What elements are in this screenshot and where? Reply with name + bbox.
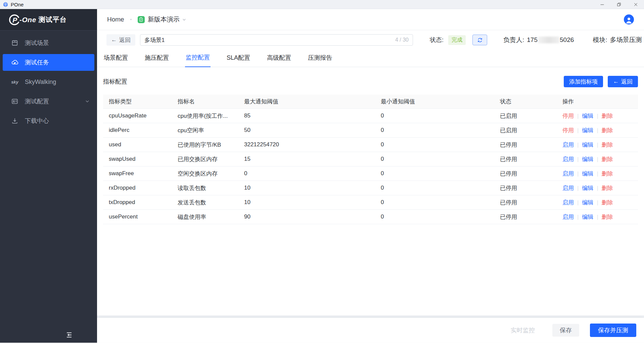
- sidebar-collapse-button[interactable]: [65, 331, 74, 339]
- tab-monitor-config[interactable]: 监控配置: [185, 53, 211, 67]
- cell-min: 0: [375, 199, 494, 206]
- row-action-toggle[interactable]: 启用: [562, 142, 574, 148]
- column-header: 最小通知阈值: [375, 98, 494, 105]
- scene-name-field: 4 / 30: [140, 34, 413, 46]
- row-action-edit[interactable]: 编辑: [582, 199, 593, 206]
- cell-actions: 启用|编辑|删除: [557, 184, 638, 192]
- window-titlebar: POne: [0, 0, 644, 9]
- row-action-toggle[interactable]: 停用: [562, 127, 574, 134]
- realtime-monitor-button[interactable]: 实时监控: [511, 326, 535, 334]
- row-action-edit[interactable]: 编辑: [582, 214, 593, 220]
- redacted-phone-digits: [538, 37, 559, 43]
- cell-actions: 启用|编辑|删除: [557, 199, 638, 206]
- table-row: swapUsed已用交换区内存150已停用启用|编辑|删除: [103, 152, 638, 166]
- sidebar-item-skywalking[interactable]: skySkyWalking: [3, 74, 94, 90]
- cell-type: cpuUsageRate: [103, 112, 172, 119]
- row-action-delete[interactable]: 删除: [602, 199, 613, 206]
- cell-status: 已停用: [494, 141, 557, 149]
- tab-pressure-config[interactable]: 施压配置: [144, 54, 170, 67]
- tab-scene-config[interactable]: 场景配置: [103, 54, 129, 67]
- project-selector[interactable]: 新版本演示: [148, 15, 186, 24]
- row-action-delete[interactable]: 删除: [602, 127, 613, 134]
- breadcrumb-home[interactable]: Home: [107, 16, 124, 23]
- close-button[interactable]: [627, 0, 644, 9]
- breadcrumb-separator: [130, 19, 132, 20]
- footer-divider: [97, 315, 644, 318]
- cell-max: 32212254720: [238, 141, 375, 148]
- column-header: 操作: [557, 98, 638, 105]
- cell-name: 已用交换区内存: [172, 155, 238, 163]
- sidebar-item-test-config[interactable]: 测试配置: [3, 93, 94, 110]
- row-action-delete[interactable]: 删除: [602, 113, 613, 119]
- module-info: 模块: 多场景压测: [593, 36, 642, 44]
- cell-status: 已启用: [494, 112, 557, 120]
- cell-status: 已停用: [494, 199, 557, 206]
- sidebar-item-test-scene[interactable]: 测试场景: [3, 35, 94, 51]
- add-metric-button[interactable]: 添加指标项: [564, 76, 603, 87]
- sidebar-item-download-center[interactable]: 下载中心: [3, 112, 94, 129]
- cell-min: 0: [375, 213, 494, 220]
- row-action-toggle[interactable]: 停用: [562, 113, 574, 119]
- refresh-status-button[interactable]: [472, 35, 487, 45]
- back-button[interactable]: ← 返回: [106, 34, 135, 46]
- cell-type: rxDropped: [103, 185, 172, 191]
- cell-actions: 停用|编辑|删除: [557, 127, 638, 134]
- section-head: 指标配置 添加指标项 ← 返回: [97, 67, 644, 95]
- table-row: used已使用的字节/KB322122547200已停用启用|编辑|删除: [103, 138, 638, 152]
- scene-name-input[interactable]: [144, 37, 392, 43]
- row-action-toggle[interactable]: 启用: [562, 199, 574, 206]
- row-action-edit[interactable]: 编辑: [582, 156, 593, 162]
- logo-text-one: -One: [19, 16, 36, 24]
- menu-fold-icon: [65, 331, 73, 339]
- row-action-delete[interactable]: 删除: [602, 170, 613, 177]
- back-arrow-icon: ←: [111, 37, 117, 43]
- sky-icon: sky: [11, 78, 19, 86]
- row-action-toggle[interactable]: 启用: [562, 185, 574, 191]
- row-action-edit[interactable]: 编辑: [582, 185, 593, 191]
- row-action-toggle[interactable]: 启用: [562, 214, 574, 220]
- cell-min: 0: [375, 112, 494, 119]
- save-and-test-button[interactable]: 保存并压测: [590, 324, 636, 337]
- minimize-button[interactable]: [594, 0, 610, 9]
- char-counter: 4 / 30: [395, 37, 409, 43]
- row-action-delete[interactable]: 删除: [602, 185, 613, 191]
- cell-status: 已停用: [494, 155, 557, 163]
- tab-sla-config[interactable]: SLA配置: [226, 54, 251, 67]
- column-header: 指标类型: [103, 98, 172, 105]
- section-back-button[interactable]: ← 返回: [608, 76, 638, 87]
- row-action-delete[interactable]: 删除: [602, 142, 613, 148]
- row-action-edit[interactable]: 编辑: [582, 113, 593, 119]
- sidebar-menu: 测试场景测试任务skySkyWalking测试配置下载中心: [0, 31, 97, 343]
- status-label: 状态:: [430, 36, 444, 44]
- sidebar-item-label: 下载中心: [25, 117, 49, 125]
- action-divider: |: [577, 214, 579, 220]
- save-button[interactable]: 保存: [552, 324, 579, 337]
- row-action-edit[interactable]: 编辑: [582, 127, 593, 134]
- cell-min: 0: [375, 127, 494, 134]
- action-divider: |: [577, 142, 579, 148]
- sidebar-item-test-task[interactable]: 测试任务: [3, 54, 94, 71]
- table-row: swapFree空闲交换区内存00已停用启用|编辑|删除: [103, 166, 638, 181]
- sidebar-item-label: 测试配置: [25, 97, 49, 105]
- action-footer: 实时监控 保存 保存并压测: [97, 318, 644, 343]
- config-icon: [11, 97, 19, 105]
- tab-advanced-config[interactable]: 高级配置: [266, 54, 292, 67]
- row-action-delete[interactable]: 删除: [602, 156, 613, 162]
- restore-button[interactable]: [610, 0, 627, 9]
- cell-name: 发送丢包数: [172, 199, 238, 206]
- logo-text-cn: 测试平台: [39, 15, 67, 24]
- cell-type: txDropped: [103, 199, 172, 206]
- action-divider: |: [577, 185, 579, 191]
- row-action-edit[interactable]: 编辑: [582, 170, 593, 177]
- row-action-edit[interactable]: 编辑: [582, 142, 593, 148]
- back-arrow-icon: ←: [613, 78, 619, 85]
- row-action-delete[interactable]: 删除: [602, 214, 613, 220]
- column-header: 指标名: [172, 98, 238, 105]
- row-action-toggle[interactable]: 启用: [562, 156, 574, 162]
- row-action-toggle[interactable]: 启用: [562, 170, 574, 177]
- user-avatar[interactable]: [624, 14, 634, 24]
- cell-name: cpu空闲率: [172, 127, 238, 134]
- column-header: 状态: [494, 98, 557, 105]
- tab-test-report[interactable]: 压测报告: [307, 54, 333, 67]
- cell-min: 0: [375, 156, 494, 162]
